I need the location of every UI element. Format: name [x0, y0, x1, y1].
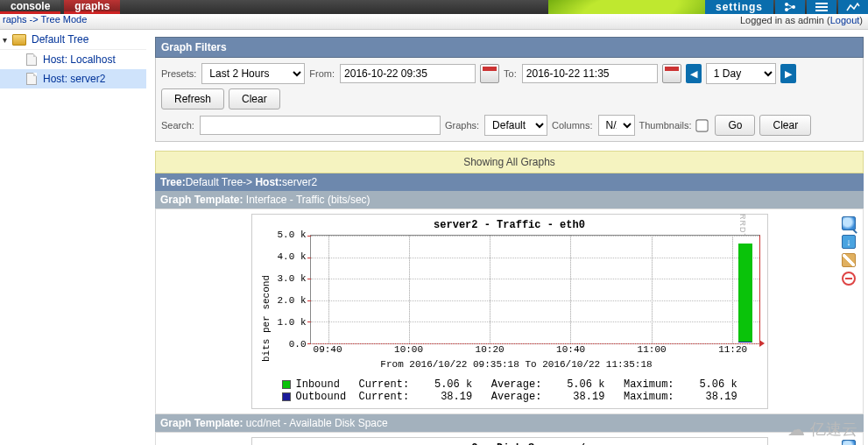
tree-view-icon[interactable]	[775, 0, 805, 14]
tree-host-server2[interactable]: Host: server2	[0, 69, 146, 88]
tree-root-label: Default Tree	[32, 33, 88, 46]
tree-host-label: Host: Localhost	[43, 53, 116, 66]
to-calendar-icon[interactable]	[662, 64, 681, 83]
chart-ylabel: bits per second	[259, 275, 273, 362]
y-tick: 3.0 k	[275, 273, 310, 284]
decorative-green-band	[548, 0, 715, 14]
shift-select[interactable]: 1 Day	[706, 63, 776, 84]
presets-label: Presets:	[161, 68, 196, 79]
tree-root[interactable]: ▾ Default Tree	[0, 30, 146, 50]
chart-title: server2 - Traffic - eth0	[259, 216, 760, 235]
presets-select[interactable]: Last 2 Hours	[201, 63, 305, 84]
auth-user: admin	[798, 15, 824, 25]
tab-graphs[interactable]: graphs	[64, 0, 120, 14]
csv-export-icon[interactable]	[842, 235, 856, 249]
x-tick: 11:20	[718, 344, 747, 355]
chart-timespan: From 2016/10/22 09:35:18 To 2016/10/22 1…	[273, 357, 760, 370]
svg-rect-5	[815, 10, 828, 11]
legend-row: Inbound Current: 5.06 k Average: 5.06 k …	[282, 378, 760, 391]
thumbnails-checkbox[interactable]	[696, 119, 709, 131]
columns-select[interactable]: N/A	[598, 115, 635, 136]
tree-sidebar: ▾ Default Tree Host: Localhost Host: ser…	[0, 30, 146, 445]
from-label: From:	[309, 68, 335, 79]
tree-path-bar: Tree:Default Tree-> Host:server2	[155, 173, 864, 191]
settings-tab[interactable]: settings	[705, 0, 773, 14]
chart-title: server2 - Disk Space - /	[259, 440, 760, 445]
list-view-icon[interactable]	[807, 0, 836, 14]
search-label: Search:	[161, 120, 194, 131]
breadcrumb-mode: Tree Mode	[41, 14, 88, 25]
from-calendar-icon[interactable]	[480, 64, 499, 83]
legend-row: Outbound Current: 38.19 Average: 38.19 M…	[282, 391, 760, 403]
auth-paren-open: (	[824, 15, 830, 25]
y-tick: 1.0 k	[275, 317, 310, 328]
shift-right-button[interactable]: ▶	[780, 64, 796, 83]
go-button[interactable]: Go	[715, 115, 755, 136]
clear2-button[interactable]: Clear	[759, 115, 811, 136]
clear-button[interactable]: Clear	[229, 88, 280, 109]
graphs-label: Graphs:	[445, 120, 479, 131]
stop-refresh-icon[interactable]	[842, 272, 856, 286]
graph-filters-panel: Presets: Last 2 Hours From: To: ◀ 1 Day …	[155, 58, 864, 142]
graph-template-bar-1: Graph Template: Interface - Traffic (bit…	[155, 191, 864, 208]
thumbnails-label: Thumbnails:	[639, 120, 692, 131]
logout-link[interactable]: Logout	[830, 15, 860, 25]
watermark: ☁亿速云	[787, 419, 857, 440]
breadcrumb-graphs-link[interactable]: raphs	[3, 14, 27, 25]
search-input[interactable]	[200, 116, 441, 135]
host-icon	[26, 53, 37, 66]
columns-label: Columns:	[552, 120, 592, 131]
shift-left-button[interactable]: ◀	[686, 64, 702, 83]
svg-rect-4	[815, 6, 828, 8]
svg-rect-3	[815, 3, 828, 4]
disk-chart: server2 - Disk Space - /	[251, 437, 768, 445]
tree-host-label: Host: server2	[43, 73, 105, 85]
chart-legend: Inbound Current: 5.06 k Average: 5.06 k …	[273, 378, 760, 403]
edit-graph-icon[interactable]	[842, 253, 856, 267]
preview-view-icon[interactable]	[838, 0, 868, 14]
y-tick: 2.0 k	[275, 295, 310, 306]
host-icon	[26, 73, 37, 85]
auth-prefix: Logged in as	[740, 15, 798, 25]
from-input[interactable]	[340, 64, 476, 83]
to-input[interactable]	[522, 64, 658, 83]
folder-icon	[12, 34, 26, 46]
graph-template-bar-2: Graph Template: ucd/net - Available Disk…	[155, 414, 864, 432]
graph-filters-header: Graph Filters	[155, 37, 864, 58]
graph-cell-disk: server2 - Disk Space - /	[155, 432, 864, 445]
y-tick: 4.0 k	[275, 251, 310, 262]
graphs-select[interactable]: Default	[484, 115, 547, 136]
top-header: console graphs settings	[0, 0, 868, 14]
zoom-icon[interactable]	[842, 440, 856, 445]
y-tick: 0.0	[275, 339, 310, 350]
refresh-button[interactable]: Refresh	[161, 88, 224, 109]
collapse-arrow-icon: ▾	[3, 35, 7, 45]
showing-all-banner: Showing All Graphs	[155, 151, 864, 173]
x-tick: 11:00	[638, 344, 667, 355]
zoom-icon[interactable]	[842, 216, 856, 230]
y-tick: 5.0 k	[275, 230, 310, 240]
tree-host-localhost[interactable]: Host: Localhost	[0, 50, 146, 69]
breadcrumb-sep: ->	[30, 14, 41, 25]
x-tick: 10:40	[556, 344, 585, 355]
breadcrumb-bar: raphs -> Tree Mode Logged in as admin (L…	[0, 14, 868, 30]
x-tick: 10:20	[476, 344, 505, 355]
to-label: To:	[504, 68, 517, 79]
chart-plot-area[interactable]: 0.01.0 k2.0 k3.0 k4.0 k5.0 k	[310, 235, 760, 344]
traffic-chart: server2 - Traffic - eth0 bits per second…	[251, 214, 768, 409]
tab-console[interactable]: console	[0, 0, 60, 14]
x-tick: 10:00	[394, 344, 423, 355]
x-tick: 09:40	[314, 344, 342, 355]
graph-cell-traffic: RRDTOOL / TOBI OETIKER server2 - Traffic…	[155, 208, 864, 414]
